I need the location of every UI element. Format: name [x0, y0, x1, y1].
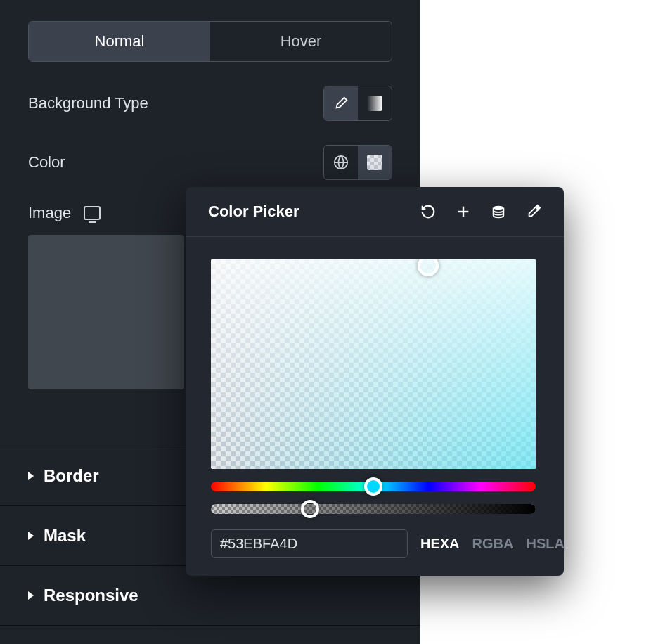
- image-label: Image: [28, 204, 71, 222]
- plus-icon[interactable]: [456, 204, 471, 219]
- caret-right-icon: [28, 532, 34, 540]
- color-label: Color: [28, 153, 65, 172]
- color-picker-title: Color Picker: [208, 202, 299, 221]
- alpha-slider[interactable]: [211, 504, 536, 514]
- state-tabs: Normal Hover: [28, 21, 392, 62]
- color-picker-tools: [420, 204, 541, 219]
- format-hexa-button[interactable]: HEXA: [420, 536, 460, 552]
- hex-input[interactable]: [211, 529, 408, 558]
- alpha-handle[interactable]: [301, 500, 319, 518]
- hue-slider[interactable]: [211, 482, 536, 491]
- desktop-icon[interactable]: [84, 206, 101, 220]
- accordion-mask-label: Mask: [44, 526, 86, 546]
- format-rgba-button[interactable]: RGBA: [472, 536, 514, 552]
- color-global-button[interactable]: [324, 146, 358, 179]
- color-value-row: HEXA RGBA HSLA: [211, 529, 539, 558]
- svg-point-4: [494, 206, 504, 210]
- format-hsla-button[interactable]: HSLA: [526, 536, 564, 552]
- tab-hover[interactable]: Hover: [210, 22, 392, 61]
- gradient-icon: [367, 96, 382, 111]
- background-type-label: Background Type: [28, 94, 148, 112]
- alpha-gradient: [211, 504, 536, 514]
- tab-normal[interactable]: Normal: [29, 22, 210, 61]
- color-swatch-button[interactable]: [358, 146, 392, 179]
- accordion-border-label: Border: [44, 466, 99, 486]
- background-type-solid-button[interactable]: [324, 86, 358, 120]
- reset-icon[interactable]: [420, 204, 436, 219]
- saturation-value-area[interactable]: [211, 259, 536, 469]
- stack-icon[interactable]: [491, 204, 506, 219]
- transparency-swatch-icon: [367, 155, 382, 170]
- background-type-buttons: [323, 86, 392, 121]
- eyedropper-icon[interactable]: [526, 204, 541, 219]
- color-buttons: [323, 145, 392, 180]
- caret-right-icon: [28, 472, 34, 480]
- brush-icon: [333, 96, 349, 111]
- hue-handle[interactable]: [364, 477, 382, 496]
- color-row: Color: [28, 145, 392, 180]
- background-type-gradient-button[interactable]: [358, 86, 392, 120]
- sv-color-overlay: [211, 259, 536, 469]
- accordion-responsive-label: Responsive: [44, 586, 138, 605]
- image-well[interactable]: [28, 235, 184, 389]
- globe-icon: [333, 155, 349, 170]
- color-picker-popover: Color Picker HEXA RGBA HSLA: [186, 187, 564, 576]
- caret-right-icon: [28, 591, 34, 600]
- color-picker-header: Color Picker: [186, 187, 564, 237]
- background-type-row: Background Type: [28, 86, 392, 121]
